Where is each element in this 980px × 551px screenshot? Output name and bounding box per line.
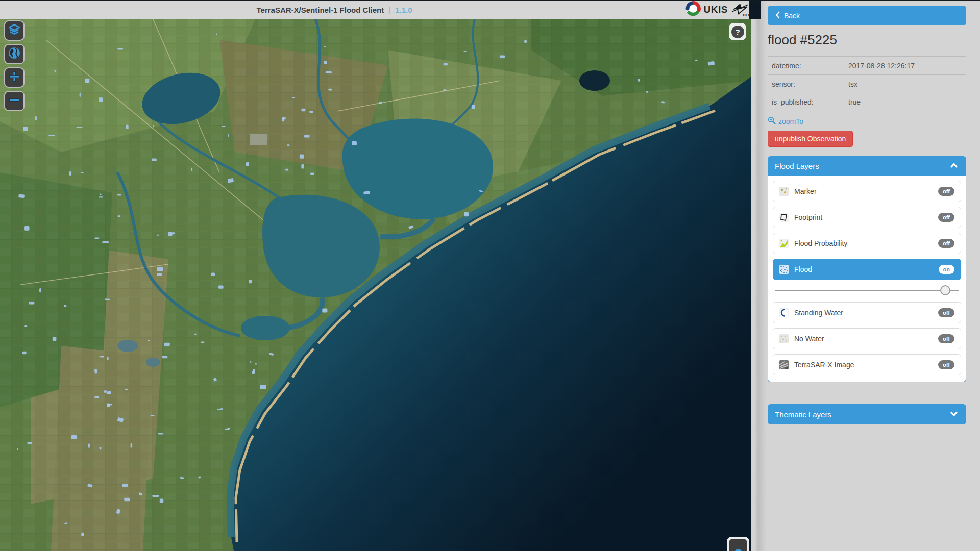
property-label: is_published: (768, 98, 848, 106)
standing-water-thumbnail-icon (779, 308, 789, 317)
zoom-out-button[interactable] (4, 91, 24, 111)
layer-toggle-badge[interactable]: off (938, 239, 954, 248)
zoom-in-button[interactable] (4, 67, 24, 88)
app-header: TerraSAR-X/Sentinel-1 Flood Client | 1.1… (0, 0, 751, 19)
ukis-logo-text: UKIS (704, 4, 728, 15)
property-value: 2017-08-28 12:26:17 (848, 62, 966, 70)
layer-name: TerraSAR-X Image (794, 361, 938, 369)
attribution-button[interactable] (727, 537, 749, 551)
chevron-up-icon (949, 161, 959, 171)
layer-toggle-badge[interactable]: on (939, 265, 954, 274)
info-icon (729, 539, 747, 551)
flood-layers-list: MarkeroffFootprintoffFlood Probabilityof… (768, 176, 966, 382)
sidebar-scrollbar[interactable] (754, 0, 766, 551)
marker-thumbnail-icon (779, 187, 789, 196)
zoomto-link[interactable]: zoomTo (768, 116, 803, 126)
property-label: sensor: (768, 80, 848, 88)
layers-icon (8, 23, 21, 38)
flood-layers-title: Flood Layers (775, 162, 949, 170)
layer-toggle-badge[interactable]: off (938, 187, 954, 196)
layer-toggle-badge[interactable]: off (938, 308, 954, 317)
layer-name: No Water (794, 335, 938, 343)
property-value: true (848, 98, 966, 106)
zoom-out-icon (8, 93, 21, 109)
chevron-down-icon (949, 410, 959, 419)
flood-thumbnail-icon (779, 265, 789, 274)
chevron-left-icon (775, 11, 780, 20)
flood-layers-header[interactable]: Flood Layers (768, 156, 966, 176)
layer-opacity-slider-row (773, 283, 961, 298)
question-mark-icon: ? (731, 26, 744, 38)
properties-table: datetime:2017-08-28 12:26:17sensor:tsxis… (768, 56, 966, 111)
footprint-thumbnail-icon (779, 213, 789, 222)
unpublish-observation-button[interactable]: unpublish Observation (768, 131, 853, 147)
layer-toggle-badge[interactable]: off (938, 334, 954, 343)
dlr-logo-icon: DLR (731, 1, 749, 19)
map-imagery (0, 19, 751, 551)
globe-button[interactable] (4, 44, 24, 64)
detail-sidebar: Back flood #5225 datetime:2017-08-28 12:… (751, 0, 980, 551)
layer-item-marker[interactable]: Markeroff (773, 181, 961, 202)
flood-layers-panel: Flood Layers MarkeroffFootprintoffFlood … (768, 156, 966, 382)
layer-item-no-water[interactable]: No Wateroff (773, 328, 961, 349)
layer-name: Flood (794, 265, 939, 273)
help-button[interactable]: ? (729, 23, 746, 40)
flood-opacity-slider[interactable] (775, 284, 959, 296)
back-button[interactable]: Back (768, 6, 966, 25)
layers-button[interactable] (4, 20, 24, 41)
layer-item-standing-water[interactable]: Standing Wateroff (773, 302, 961, 323)
property-label: datetime: (768, 62, 848, 70)
layer-name: Flood Probability (794, 239, 938, 247)
no-water-thumbnail-icon (779, 334, 789, 343)
zoom-magnifier-icon (768, 116, 776, 126)
window-top-border (0, 0, 980, 1)
page-title: flood #5225 (768, 32, 837, 48)
flood-probability-thumbnail-icon (779, 239, 789, 248)
app-version: 1.1.0 (395, 6, 412, 14)
layer-item-terrasar-x-image[interactable]: TerraSAR-X Imageoff (773, 354, 961, 375)
layer-toggle-badge[interactable]: off (938, 360, 954, 369)
layer-name: Standing Water (794, 309, 938, 317)
layer-name: Footprint (794, 213, 938, 221)
layer-item-footprint[interactable]: Footprintoff (773, 207, 961, 228)
layer-item-flood-probability[interactable]: Flood Probabilityoff (773, 233, 961, 254)
map-viewport[interactable] (0, 19, 751, 551)
thematic-layers-panel: Thematic Layers (768, 404, 966, 424)
terrasar-x-thumbnail-icon (779, 360, 789, 369)
zoomto-label: zoomTo (778, 117, 803, 126)
thematic-layers-title: Thematic Layers (775, 410, 949, 419)
property-row: sensor:tsx (768, 74, 966, 93)
svg-text:DLR: DLR (743, 13, 749, 17)
thematic-layers-header[interactable]: Thematic Layers (768, 404, 966, 424)
header-map-divider (749, 0, 761, 19)
layer-toggle-badge[interactable]: off (938, 213, 954, 222)
zoom-in-icon (8, 70, 21, 85)
property-row: datetime:2017-08-28 12:26:17 (768, 56, 966, 74)
layer-item-flood[interactable]: Floodon (773, 259, 961, 280)
ukis-logo-icon (685, 1, 701, 18)
title-separator: | (388, 6, 390, 14)
app-title: TerraSAR-X/Sentinel-1 Flood Client (256, 6, 384, 14)
property-value: tsx (848, 80, 966, 88)
globe-icon (8, 46, 21, 62)
back-button-label: Back (784, 12, 800, 20)
layer-name: Marker (794, 187, 938, 195)
property-row: is_published:true (768, 93, 966, 111)
